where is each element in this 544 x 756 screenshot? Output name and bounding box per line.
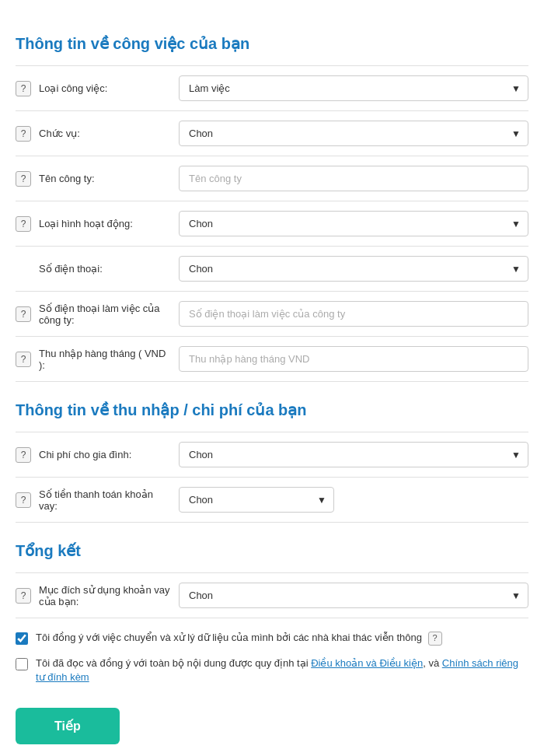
input-thu-nhap[interactable]: [179, 346, 528, 372]
select-chuc-vu[interactable]: Chon Nhân viên Quản lý Giám đốc: [179, 121, 528, 146]
checkbox-consent2[interactable]: [16, 658, 28, 670]
select-wrapper-loai-hinh: Chon Doanh nghiệp tư nhân Công ty TNHH C…: [179, 211, 528, 236]
label-chi-phi-gia-dinh: Chi phí cho gia đình:: [39, 449, 179, 460]
label-loai-cong-viec: Loại công việc:: [39, 82, 179, 94]
label-thu-nhap: Thu nhập hàng tháng ( VND ):: [39, 348, 179, 371]
control-loai-hinh: Chon Doanh nghiệp tư nhân Công ty TNHH C…: [179, 211, 528, 236]
field-row-muc-dich: ? Mục đích sử dụng khoản vay của bạn: Ch…: [16, 572, 528, 618]
control-ten-cong-ty: [179, 166, 528, 191]
button-section: Tiếp: [16, 695, 528, 752]
select-loai-cong-viec[interactable]: Làm việc Kinh doanh Khác: [179, 75, 528, 101]
help-icon-loai-hinh[interactable]: ?: [16, 216, 31, 232]
select-wrapper-so-dien-thoai: Chon Viettel Mobifone Vinaphone ▼: [179, 256, 528, 282]
checkbox-consent1[interactable]: [16, 632, 28, 645]
summary-section: Tổng kết ? Mục đích sử dụng khoản vay củ…: [16, 541, 528, 618]
control-chuc-vu: Chon Nhân viên Quản lý Giám đốc ▼: [179, 121, 528, 146]
field-row-chi-phi-gia-dinh: ? Chi phí cho gia đình: Chon Dưới 5 triệ…: [16, 432, 528, 477]
select-wrapper-chuc-vu: Chon Nhân viên Quản lý Giám đốc ▼: [179, 121, 528, 146]
field-row-so-dt-cong-ty: ? Số điện thoại làm việc của công ty:: [16, 291, 528, 336]
link-dieu-khoan[interactable]: Điều khoản và Điều kiện: [311, 657, 423, 669]
select-so-dien-thoai[interactable]: Chon Viettel Mobifone Vinaphone: [179, 256, 528, 282]
label-so-dien-thoai: Số điện thoại:: [39, 263, 179, 275]
control-muc-dich: Chon Mua xe Mua nhà Tiêu dùng cá nhân Ki…: [179, 583, 528, 608]
label-loai-hinh: Loại hình hoạt động:: [39, 218, 179, 229]
income-info-title: Thông tin về thu nhập / chi phí của bạn: [16, 401, 528, 419]
summary-title: Tổng kết: [16, 541, 528, 560]
help-icon-so-tien[interactable]: ?: [16, 492, 31, 508]
field-row-loai-hinh: ? Loại hình hoạt động: Chon Doanh nghiệp…: [16, 201, 528, 246]
job-info-section: Thông tin về công việc của bạn ? Loại cô…: [16, 34, 528, 382]
select-wrapper-loai-cong-viec: Làm việc Kinh doanh Khác ▼: [179, 75, 528, 101]
control-chi-phi-gia-dinh: Chon Dưới 5 triệu 5-10 triệu Trên 10 tri…: [179, 442, 528, 467]
field-row-ten-cong-ty: ? Tên công ty:: [16, 156, 528, 201]
control-so-tien-thanh-toan: Chon Không có Dưới 5 triệu Trên 5 triệu …: [179, 487, 528, 513]
help-icon-muc-dich[interactable]: ?: [16, 588, 31, 604]
field-row-so-tien-thanh-toan: ? Số tiền thanh toán khoản vay: Chon Khô…: [16, 477, 528, 523]
help-icon-chuc-vu[interactable]: ?: [16, 126, 31, 142]
checkbox-section: Tôi đồng ý với việc chuyển và xử lý dữ l…: [16, 631, 528, 684]
field-row-loai-cong-viec: ? Loại công việc: Làm việc Kinh doanh Kh…: [16, 65, 528, 110]
field-row-so-dien-thoai: Số điện thoại: Chon Viettel Mobifone Vin…: [16, 246, 528, 291]
select-chi-phi-gia-dinh[interactable]: Chon Dưới 5 triệu 5-10 triệu Trên 10 tri…: [179, 442, 528, 467]
label-so-dt-cong-ty: Số điện thoại làm việc của công ty:: [39, 303, 179, 326]
field-row-chuc-vu: ? Chức vụ: Chon Nhân viên Quản lý Giám đ…: [16, 110, 528, 156]
select-wrapper-so-tien: Chon Không có Dưới 5 triệu Trên 5 triệu …: [179, 487, 334, 513]
select-so-tien-thanh-toan[interactable]: Chon Không có Dưới 5 triệu Trên 5 triệu: [179, 487, 334, 513]
label-ten-cong-ty: Tên công ty:: [39, 173, 179, 184]
help-icon-chi-phi[interactable]: ?: [16, 447, 31, 463]
help-icon-consent1[interactable]: ?: [428, 632, 442, 646]
help-icon-loai-cong-viec[interactable]: ?: [16, 81, 31, 96]
help-icon-ten-cong-ty[interactable]: ?: [16, 171, 31, 187]
help-icon-thu-nhap[interactable]: ?: [16, 352, 31, 367]
select-loai-hinh[interactable]: Chon Doanh nghiệp tư nhân Công ty TNHH C…: [179, 211, 528, 236]
control-loai-cong-viec: Làm việc Kinh doanh Khác ▼: [179, 75, 528, 101]
input-so-dt-cong-ty[interactable]: [179, 301, 528, 327]
label-muc-dich: Mục đích sử dụng khoản vay của bạn:: [39, 584, 179, 607]
consent2-text-mid: , và: [423, 657, 442, 669]
job-info-title: Thông tin về công việc của bạn: [16, 34, 528, 53]
submit-button[interactable]: Tiếp: [16, 708, 120, 744]
select-muc-dich[interactable]: Chon Mua xe Mua nhà Tiêu dùng cá nhân Ki…: [179, 583, 528, 608]
control-thu-nhap: [179, 346, 528, 372]
select-wrapper-muc-dich: Chon Mua xe Mua nhà Tiêu dùng cá nhân Ki…: [179, 583, 528, 608]
help-icon-so-dt-cong-ty[interactable]: ?: [16, 306, 31, 322]
select-wrapper-chi-phi: Chon Dưới 5 triệu 5-10 triệu Trên 10 tri…: [179, 442, 528, 467]
control-so-dien-thoai: Chon Viettel Mobifone Vinaphone ▼: [179, 256, 528, 282]
field-row-thu-nhap: ? Thu nhập hàng tháng ( VND ):: [16, 336, 528, 382]
label-so-tien-thanh-toan: Số tiền thanh toán khoản vay:: [39, 488, 179, 512]
input-ten-cong-ty[interactable]: [179, 166, 528, 191]
consent1-text: Tôi đồng ý với việc chuyển và xử lý dữ l…: [36, 632, 422, 643]
income-info-section: Thông tin về thu nhập / chi phí của bạn …: [16, 401, 528, 523]
label-chuc-vu: Chức vụ:: [39, 128, 179, 139]
label-consent2: Tôi đã đọc và đồng ý với toàn bộ nội dun…: [36, 656, 528, 684]
consent2-text-pre: Tôi đã đọc và đồng ý với toàn bộ nội dun…: [36, 657, 311, 669]
control-so-dt-cong-ty: [179, 301, 528, 327]
checkbox-row-consent1: Tôi đồng ý với việc chuyển và xử lý dữ l…: [16, 631, 528, 646]
label-consent1: Tôi đồng ý với việc chuyển và xử lý dữ l…: [36, 631, 442, 646]
checkbox-row-consent2: Tôi đã đọc và đồng ý với toàn bộ nội dun…: [16, 656, 528, 684]
